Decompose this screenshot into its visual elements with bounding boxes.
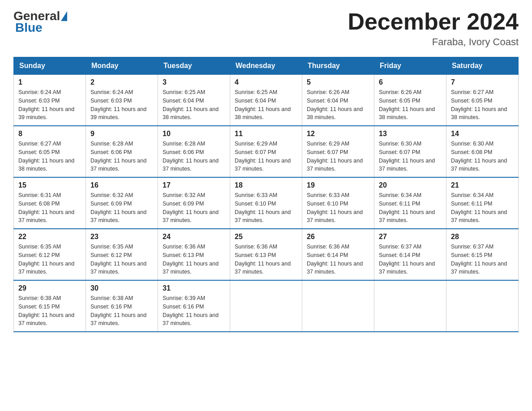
- day-info: Sunrise: 6:30 AM Sunset: 6:07 PM Dayligh…: [379, 140, 442, 173]
- day-header-row: SundayMondayTuesdayWednesdayThursdayFrid…: [14, 57, 519, 75]
- calendar-cell: 11 Sunrise: 6:29 AM Sunset: 6:07 PM Dayl…: [230, 126, 302, 177]
- day-number: 6: [379, 78, 442, 86]
- day-info: Sunrise: 6:36 AM Sunset: 6:13 PM Dayligh…: [163, 243, 225, 276]
- day-number: 1: [18, 78, 81, 86]
- day-number: 7: [451, 78, 514, 86]
- day-number: 10: [163, 130, 225, 138]
- calendar-cell: 22 Sunrise: 6:35 AM Sunset: 6:12 PM Dayl…: [14, 229, 86, 280]
- day-info: Sunrise: 6:25 AM Sunset: 6:04 PM Dayligh…: [163, 88, 225, 122]
- day-info: Sunrise: 6:31 AM Sunset: 6:08 PM Dayligh…: [18, 191, 81, 225]
- calendar-cell: [446, 280, 519, 332]
- calendar-cell: 15 Sunrise: 6:31 AM Sunset: 6:08 PM Dayl…: [14, 177, 86, 229]
- day-number: 22: [18, 233, 81, 241]
- calendar-cell: 28 Sunrise: 6:37 AM Sunset: 6:15 PM Dayl…: [446, 229, 519, 280]
- day-info: Sunrise: 6:26 AM Sunset: 6:04 PM Dayligh…: [307, 88, 369, 122]
- day-info: Sunrise: 6:36 AM Sunset: 6:14 PM Dayligh…: [307, 243, 369, 276]
- calendar-cell: 12 Sunrise: 6:29 AM Sunset: 6:07 PM Dayl…: [302, 126, 374, 177]
- day-number: 13: [379, 130, 442, 138]
- day-info: Sunrise: 6:24 AM Sunset: 6:03 PM Dayligh…: [90, 88, 153, 122]
- calendar-cell: 10 Sunrise: 6:28 AM Sunset: 6:06 PM Dayl…: [158, 126, 230, 177]
- calendar-cell: 14 Sunrise: 6:30 AM Sunset: 6:08 PM Dayl…: [446, 126, 519, 177]
- day-info: Sunrise: 6:29 AM Sunset: 6:07 PM Dayligh…: [235, 140, 297, 173]
- day-number: 15: [18, 181, 81, 189]
- calendar-cell: 19 Sunrise: 6:33 AM Sunset: 6:10 PM Dayl…: [302, 177, 374, 229]
- day-header-thursday: Thursday: [302, 57, 374, 75]
- calendar-cell: 5 Sunrise: 6:26 AM Sunset: 6:04 PM Dayli…: [302, 75, 374, 126]
- day-number: 30: [90, 284, 153, 292]
- day-number: 8: [18, 130, 81, 138]
- logo-triangle-icon: [61, 11, 67, 21]
- calendar-cell: 17 Sunrise: 6:32 AM Sunset: 6:09 PM Dayl…: [158, 177, 230, 229]
- page-header: General Blue December 2024 Faraba, Ivory…: [13, 9, 519, 48]
- day-header-sunday: Sunday: [14, 57, 86, 75]
- day-info: Sunrise: 6:34 AM Sunset: 6:11 PM Dayligh…: [451, 191, 514, 225]
- day-number: 26: [307, 233, 369, 241]
- calendar-cell: 30 Sunrise: 6:38 AM Sunset: 6:16 PM Dayl…: [86, 280, 158, 332]
- calendar-cell: 26 Sunrise: 6:36 AM Sunset: 6:14 PM Dayl…: [302, 229, 374, 280]
- day-header-saturday: Saturday: [446, 57, 519, 75]
- day-number: 27: [379, 233, 442, 241]
- day-info: Sunrise: 6:38 AM Sunset: 6:16 PM Dayligh…: [90, 294, 153, 328]
- day-number: 12: [307, 130, 369, 138]
- day-info: Sunrise: 6:28 AM Sunset: 6:06 PM Dayligh…: [163, 140, 225, 173]
- day-number: 9: [90, 130, 153, 138]
- calendar-cell: 31 Sunrise: 6:39 AM Sunset: 6:16 PM Dayl…: [158, 280, 230, 332]
- day-number: 14: [451, 130, 514, 138]
- day-info: Sunrise: 6:33 AM Sunset: 6:10 PM Dayligh…: [307, 191, 369, 225]
- day-info: Sunrise: 6:34 AM Sunset: 6:11 PM Dayligh…: [379, 191, 442, 225]
- location-subtitle: Faraba, Ivory Coast: [348, 36, 519, 48]
- day-info: Sunrise: 6:28 AM Sunset: 6:06 PM Dayligh…: [90, 140, 153, 173]
- day-info: Sunrise: 6:35 AM Sunset: 6:12 PM Dayligh…: [90, 243, 153, 276]
- calendar-week-1: 1 Sunrise: 6:24 AM Sunset: 6:03 PM Dayli…: [14, 75, 519, 126]
- calendar-cell: 16 Sunrise: 6:32 AM Sunset: 6:09 PM Dayl…: [86, 177, 158, 229]
- day-number: 16: [90, 181, 153, 189]
- calendar-header: SundayMondayTuesdayWednesdayThursdayFrid…: [14, 57, 519, 75]
- day-number: 24: [163, 233, 225, 241]
- calendar-cell: 7 Sunrise: 6:27 AM Sunset: 6:05 PM Dayli…: [446, 75, 519, 126]
- day-info: Sunrise: 6:27 AM Sunset: 6:05 PM Dayligh…: [451, 88, 514, 122]
- day-number: 31: [163, 284, 225, 292]
- day-info: Sunrise: 6:32 AM Sunset: 6:09 PM Dayligh…: [163, 191, 225, 225]
- day-number: 20: [379, 181, 442, 189]
- calendar-body: 1 Sunrise: 6:24 AM Sunset: 6:03 PM Dayli…: [14, 75, 519, 332]
- day-info: Sunrise: 6:39 AM Sunset: 6:16 PM Dayligh…: [163, 294, 225, 328]
- day-info: Sunrise: 6:32 AM Sunset: 6:09 PM Dayligh…: [90, 191, 153, 225]
- calendar-cell: [230, 280, 302, 332]
- day-number: 11: [235, 130, 297, 138]
- calendar-cell: 4 Sunrise: 6:25 AM Sunset: 6:04 PM Dayli…: [230, 75, 302, 126]
- logo-blue-text: Blue: [15, 21, 43, 34]
- day-info: Sunrise: 6:29 AM Sunset: 6:07 PM Dayligh…: [307, 140, 369, 173]
- day-number: 4: [235, 78, 297, 86]
- day-number: 3: [163, 78, 225, 86]
- day-number: 25: [235, 233, 297, 241]
- calendar-cell: 29 Sunrise: 6:38 AM Sunset: 6:15 PM Dayl…: [14, 280, 86, 332]
- calendar-cell: 1 Sunrise: 6:24 AM Sunset: 6:03 PM Dayli…: [14, 75, 86, 126]
- day-number: 18: [235, 181, 297, 189]
- calendar-cell: 2 Sunrise: 6:24 AM Sunset: 6:03 PM Dayli…: [86, 75, 158, 126]
- day-info: Sunrise: 6:33 AM Sunset: 6:10 PM Dayligh…: [235, 191, 297, 225]
- day-header-wednesday: Wednesday: [230, 57, 302, 75]
- day-info: Sunrise: 6:37 AM Sunset: 6:15 PM Dayligh…: [451, 243, 514, 276]
- calendar-cell: 13 Sunrise: 6:30 AM Sunset: 6:07 PM Dayl…: [374, 126, 446, 177]
- calendar-cell: 23 Sunrise: 6:35 AM Sunset: 6:12 PM Dayl…: [86, 229, 158, 280]
- day-header-monday: Monday: [86, 57, 158, 75]
- day-info: Sunrise: 6:27 AM Sunset: 6:05 PM Dayligh…: [18, 140, 81, 173]
- day-info: Sunrise: 6:30 AM Sunset: 6:08 PM Dayligh…: [451, 140, 514, 173]
- day-info: Sunrise: 6:37 AM Sunset: 6:14 PM Dayligh…: [379, 243, 442, 276]
- calendar-week-5: 29 Sunrise: 6:38 AM Sunset: 6:15 PM Dayl…: [14, 280, 519, 332]
- calendar-week-3: 15 Sunrise: 6:31 AM Sunset: 6:08 PM Dayl…: [14, 177, 519, 229]
- day-number: 23: [90, 233, 153, 241]
- calendar-cell: 21 Sunrise: 6:34 AM Sunset: 6:11 PM Dayl…: [446, 177, 519, 229]
- day-number: 5: [307, 78, 369, 86]
- calendar-cell: 18 Sunrise: 6:33 AM Sunset: 6:10 PM Dayl…: [230, 177, 302, 229]
- calendar-cell: 27 Sunrise: 6:37 AM Sunset: 6:14 PM Dayl…: [374, 229, 446, 280]
- day-number: 21: [451, 181, 514, 189]
- day-header-friday: Friday: [374, 57, 446, 75]
- title-section: December 2024 Faraba, Ivory Coast: [348, 9, 519, 48]
- month-year-title: December 2024: [348, 9, 519, 34]
- calendar-cell: 20 Sunrise: 6:34 AM Sunset: 6:11 PM Dayl…: [374, 177, 446, 229]
- day-header-tuesday: Tuesday: [158, 57, 230, 75]
- day-info: Sunrise: 6:35 AM Sunset: 6:12 PM Dayligh…: [18, 243, 81, 276]
- calendar-cell: 3 Sunrise: 6:25 AM Sunset: 6:04 PM Dayli…: [158, 75, 230, 126]
- calendar-cell: 24 Sunrise: 6:36 AM Sunset: 6:13 PM Dayl…: [158, 229, 230, 280]
